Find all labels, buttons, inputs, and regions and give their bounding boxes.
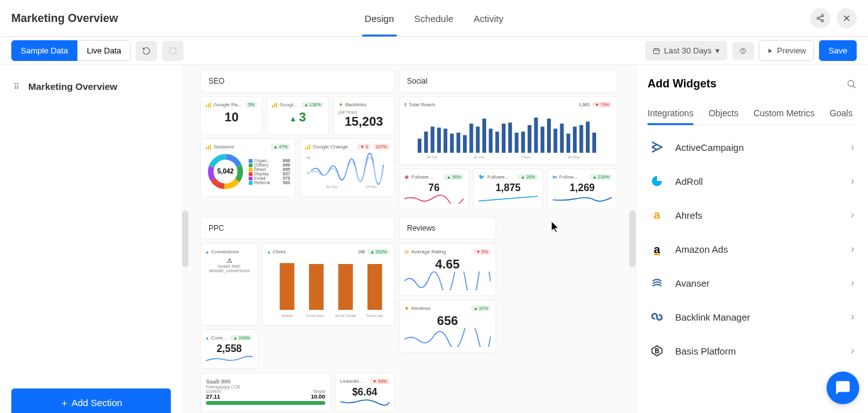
svg-text:7 Nov: 7 Nov (521, 155, 531, 159)
resize-grip-right[interactable] (629, 211, 636, 267)
resize-grip-left[interactable] (182, 211, 188, 267)
bar-chart: 24 Oct31 Oct7 Nov14 Nov (404, 110, 612, 159)
tab-activity[interactable]: Activity (471, 1, 506, 36)
widget-google[interactable]: Googl...▲ 136% ▲ 3 (266, 96, 328, 135)
svg-marker-13 (769, 48, 773, 53)
svg-rect-50 (502, 124, 506, 153)
svg-rect-54 (528, 125, 531, 153)
help-button[interactable] (732, 42, 754, 60)
widget-average-rating[interactable]: ◎Average Rating▼ 0% 4.65 (399, 243, 496, 296)
widget-saab[interactable]: Saab 900 Fivengejopy CO€ CurrentTarget 2… (200, 373, 331, 412)
tab-schedule[interactable]: Schedule (411, 1, 456, 36)
save-button[interactable]: Save (819, 40, 857, 61)
svg-rect-15 (208, 103, 209, 107)
tab-custom-metrics[interactable]: Custom Metrics (754, 102, 815, 124)
integration-item[interactable]: Avanser› (648, 266, 857, 300)
widget-sessions[interactable]: Sessions▲ 47% 5,042 (200, 138, 296, 197)
preview-button[interactable]: Preview (759, 40, 814, 61)
reviews-section-header[interactable]: Reviews (399, 217, 496, 240)
integration-icon (650, 310, 664, 324)
integration-name: Backlink Manager (675, 312, 840, 322)
svg-text:31 Oct: 31 Oct (327, 185, 337, 189)
redo-button[interactable] (162, 41, 183, 61)
widget-google-rank[interactable]: Google Ra...0% 10 (200, 96, 263, 135)
widget-instagram-followers[interactable]: ◉Followe...▲ 56% 76 (399, 168, 469, 209)
integration-name: ActiveCampaign (675, 142, 840, 153)
svg-text:B: B (654, 348, 659, 355)
svg-rect-22 (210, 145, 211, 150)
integration-item[interactable]: aAmazon Ads› (648, 232, 857, 266)
widget-conversions[interactable]: ▴Conve...▲ 248% 2,558 (200, 329, 258, 369)
svg-text:5,042: 5,042 (217, 168, 234, 175)
sample-data-button[interactable]: Sample Data (11, 40, 77, 61)
integration-item[interactable]: AdRoll› (648, 164, 857, 198)
svg-rect-18 (274, 103, 276, 107)
caret-down-icon: ▾ (715, 46, 720, 55)
tab-design[interactable]: Design (362, 1, 397, 36)
svg-rect-48 (489, 129, 492, 153)
social-section-header[interactable]: Social (399, 70, 617, 92)
integration-item[interactable]: Backlink Manager› (648, 300, 857, 334)
svg-rect-69 (279, 263, 294, 309)
drag-handle-icon[interactable]: ⠿ (14, 82, 19, 91)
undo-icon (142, 47, 151, 55)
widget-reviews-count[interactable]: ★Reviews▲ 91% 656 (399, 300, 496, 353)
data-mode-toggle: Sample Data Live Data (11, 40, 131, 61)
integration-name: Avanser (675, 278, 840, 289)
widget-linkedin-ads[interactable]: LinkedIn Ads...▼ 48% $6.64 (335, 373, 396, 412)
sparkline (479, 194, 538, 204)
svg-rect-49 (496, 131, 499, 153)
main-area: ⠿ Marketing Overview ＋ Add Section SEO G… (0, 65, 868, 413)
live-data-button[interactable]: Live Data (77, 40, 131, 61)
date-range-picker[interactable]: Last 30 Days ▾ (645, 41, 727, 60)
svg-rect-16 (210, 102, 211, 107)
chat-button[interactable] (827, 372, 859, 404)
search-icon[interactable] (847, 79, 857, 89)
section-item[interactable]: ⠿ Marketing Overview (11, 75, 171, 98)
ppc-section-header[interactable]: PPC (200, 217, 395, 240)
seo-section-header[interactable]: SEO (200, 70, 395, 92)
share-button[interactable] (810, 8, 830, 28)
svg-rect-43 (457, 133, 460, 153)
star-icon: ★ (404, 306, 409, 311)
integration-item[interactable]: ActiveCampaign› (648, 130, 857, 164)
svg-rect-62 (580, 125, 583, 153)
widget-total-reach[interactable]: fTotal Reach1,062▼ 79% 24 Oct31 Oct7 Nov… (399, 96, 617, 165)
widget-conversions-error[interactable]: ▴Conversions ⚠ Invalid field: website_co… (200, 243, 258, 326)
target-icon: ◎ (404, 249, 409, 255)
svg-rect-39 (431, 126, 435, 153)
widget-clicks[interactable]: ▴Clicks188▲ 282% defaultAcme Auto...Acme… (262, 243, 395, 326)
svg-rect-59 (560, 124, 564, 153)
widget-google-change[interactable]: Google Change▼ 8167% 40 20 31 Oct 14 Nov (300, 138, 395, 197)
ads-icon: ▴ (268, 249, 270, 255)
widget-panel: Add Widgets Integrations Objects Custom … (636, 65, 868, 413)
svg-text:24 Oct: 24 Oct (426, 155, 438, 159)
share-icon (816, 14, 825, 23)
svg-text:31 Oct: 31 Oct (474, 155, 485, 159)
add-section-button[interactable]: ＋ Add Section (11, 388, 171, 413)
integration-item[interactable]: aAhrefs› (648, 198, 857, 232)
integration-icon: B (650, 344, 664, 358)
tab-integrations[interactable]: Integrations (648, 102, 693, 124)
facebook-icon: f (404, 102, 406, 107)
sparkline (553, 194, 612, 204)
integration-name: Ahrefs (675, 210, 840, 221)
tab-goals[interactable]: Goals (830, 102, 853, 124)
plus-icon: ＋ (60, 397, 69, 408)
undo-button[interactable] (136, 41, 157, 61)
close-button[interactable] (837, 8, 857, 28)
widget-linkedin-followers[interactable]: inFollow...▲ 226% 1,269 (547, 168, 617, 209)
svg-rect-60 (567, 134, 570, 153)
tab-objects[interactable]: Objects (708, 102, 738, 124)
svg-rect-40 (437, 128, 441, 153)
close-icon (842, 14, 851, 23)
widget-backlinks[interactable]: ★Backlinks (All Time) 15,203 (333, 96, 395, 135)
svg-rect-52 (515, 133, 519, 153)
legend-item: Referral503 (249, 180, 290, 185)
widget-twitter-followers[interactable]: 🐦Followe...▲ 26% 1,875 (473, 168, 543, 209)
integration-item[interactable]: BBasis Platform› (648, 334, 857, 368)
svg-rect-57 (547, 119, 551, 153)
star-icon: ★ (339, 102, 343, 107)
redo-icon (168, 47, 177, 55)
dashboard-canvas[interactable]: SEO Google Ra...0% 10 Googl...▲ 136% ▲ 3… (182, 65, 636, 413)
